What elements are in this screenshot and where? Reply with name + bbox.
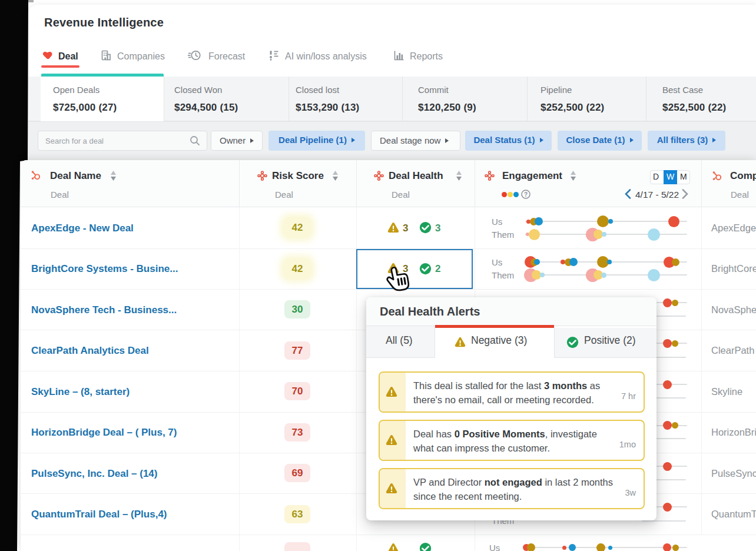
svg-text:?: ? [524,191,528,198]
